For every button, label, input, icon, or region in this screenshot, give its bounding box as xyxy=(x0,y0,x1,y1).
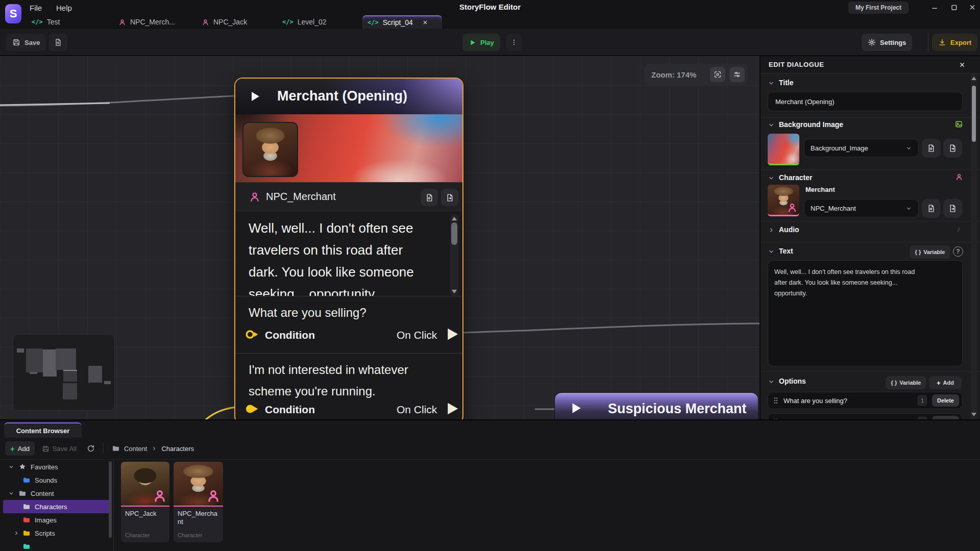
character-import-button[interactable] xyxy=(943,199,962,218)
drag-handle-icon[interactable] xyxy=(773,397,778,404)
option-order-badge: 1 xyxy=(918,395,927,406)
background-dropdown[interactable]: Background_Image xyxy=(804,139,919,157)
close-panel-icon[interactable] xyxy=(959,61,966,68)
tree-item-favorites[interactable]: Favorites xyxy=(0,460,113,473)
breadcrumb-root[interactable]: Content xyxy=(124,445,148,453)
asset-card-npc-jack[interactable]: NPC_Jack Character xyxy=(121,462,169,542)
node-merchant-opening[interactable]: Merchant (Opening) NPC_Merchant Well, we… xyxy=(234,78,463,419)
chevron-right-icon[interactable] xyxy=(768,227,775,234)
option-row[interactable]: I'm not interested in whatever scheme yo… xyxy=(768,413,963,419)
chevron-down-icon[interactable] xyxy=(768,174,775,182)
add-asset-button[interactable]: + Add xyxy=(5,441,35,456)
document-search-button[interactable] xyxy=(49,34,67,51)
breadcrumb-current[interactable]: Characters xyxy=(161,445,194,453)
add-option-button[interactable]: + Add xyxy=(929,376,962,389)
chevron-down-icon[interactable] xyxy=(8,464,14,470)
close-tab-icon[interactable] xyxy=(422,19,428,26)
settings-button[interactable]: Settings xyxy=(862,34,912,51)
tree-scrollbar[interactable] xyxy=(109,461,112,538)
tab-level-02[interactable]: </> Level_02 xyxy=(277,15,332,29)
chevron-right-icon[interactable] xyxy=(13,530,19,536)
character-dropdown[interactable]: NPC_Merchant xyxy=(804,199,919,217)
tree-item-characters[interactable]: Characters xyxy=(3,500,111,513)
chevron-down-icon[interactable] xyxy=(768,378,775,385)
tab-npc-merchant[interactable]: NPC_Merch... xyxy=(113,15,180,29)
scroll-down-icon[interactable] xyxy=(971,413,976,416)
help-icon[interactable]: ? xyxy=(953,246,963,257)
more-options-button[interactable] xyxy=(506,34,522,51)
minimap-node xyxy=(88,366,102,383)
text-input[interactable]: Well, well... I don't often see traveler… xyxy=(768,260,963,366)
chevron-down-icon[interactable] xyxy=(768,121,775,129)
dialogue-line: dark. You look like someone xyxy=(249,261,448,283)
tree-item-sounds[interactable]: Sounds xyxy=(0,473,113,487)
background-thumbnail[interactable] xyxy=(768,134,799,165)
option-text[interactable]: scheme you're running. xyxy=(249,381,376,402)
refresh-button[interactable] xyxy=(84,444,98,453)
tree-item-scripts[interactable]: Scripts xyxy=(0,527,113,540)
output-pin-icon[interactable] xyxy=(445,327,460,342)
save-all-button[interactable]: Save All xyxy=(40,445,79,453)
scrollbar-thumb[interactable] xyxy=(972,86,976,142)
save-icon xyxy=(12,38,20,46)
panel-scrollbar[interactable] xyxy=(971,73,977,419)
asset-card-npc-merchant[interactable]: NPC_Merchant Character xyxy=(174,462,223,542)
export-button[interactable]: Export xyxy=(932,34,977,51)
tree-item-content[interactable]: Content xyxy=(0,487,113,500)
scrollbar-thumb[interactable] xyxy=(451,222,457,245)
minimap[interactable] xyxy=(13,334,115,411)
gear-icon xyxy=(868,38,876,46)
play-icon xyxy=(469,39,476,46)
project-badge[interactable]: My First Project xyxy=(848,2,909,14)
chevron-down-icon[interactable] xyxy=(768,80,775,87)
scroll-up-icon[interactable] xyxy=(971,77,976,80)
background-import-button[interactable] xyxy=(943,139,962,158)
tree-item-partial[interactable] xyxy=(0,540,113,551)
character-browse-button[interactable] xyxy=(922,199,941,218)
node-graph-canvas[interactable]: Zoom: 174% Suspicious Merchant Merchant … xyxy=(0,56,760,419)
title-input[interactable] xyxy=(768,92,963,111)
option-text[interactable]: What are you selling? xyxy=(249,302,366,323)
view-settings-button[interactable] xyxy=(729,67,745,82)
content-browser-tab[interactable]: Content Browser xyxy=(4,422,82,438)
save-button[interactable]: Save xyxy=(6,34,46,51)
zoom-level-label: Zoom: 174% xyxy=(651,70,706,79)
output-pin-icon[interactable] xyxy=(445,401,460,416)
text-variable-button[interactable]: { } Variable xyxy=(910,245,950,259)
delete-option-button[interactable]: Delete xyxy=(932,394,959,407)
character-file-button[interactable] xyxy=(421,189,438,206)
background-browse-button[interactable] xyxy=(922,139,941,158)
add-label: Add xyxy=(18,445,30,453)
close-window-icon[interactable] xyxy=(968,4,977,12)
tree-item-images[interactable]: Images xyxy=(0,513,113,527)
character-swap-button[interactable] xyxy=(441,189,458,206)
maximize-icon[interactable] xyxy=(949,4,959,12)
scroll-down-icon[interactable] xyxy=(452,290,457,293)
options-variable-button[interactable]: { } Variable xyxy=(886,376,926,389)
chevron-down-icon[interactable] xyxy=(8,490,14,496)
minimize-icon[interactable] xyxy=(930,4,939,12)
character-thumbnail[interactable] xyxy=(768,185,799,216)
document-search-icon xyxy=(54,38,62,46)
option-row[interactable]: What are you selling? 1 Delete xyxy=(768,392,963,409)
tab-script-04[interactable]: </> Script_04 xyxy=(362,15,442,29)
text-line: after dark. You look like someone seekin… xyxy=(774,278,956,288)
node-header[interactable]: Merchant (Opening) xyxy=(235,79,462,114)
condition-pin-solid-icon[interactable] xyxy=(244,403,260,415)
play-button[interactable]: Play xyxy=(462,34,500,51)
node-dialogue-text[interactable]: Well, well... I don't often see traveler… xyxy=(249,217,448,296)
content-browser-panel: Content Browser + Add Save All Content C… xyxy=(0,419,980,551)
condition-pin-outline-icon[interactable] xyxy=(244,329,260,340)
option-text[interactable]: I'm not interested in whatever xyxy=(249,359,408,381)
tab-test[interactable]: </> Test xyxy=(27,15,65,29)
tab-npc-jack[interactable]: NPC_Jack xyxy=(197,15,252,29)
wire-input-highlight xyxy=(0,103,110,105)
node-suspicious-merchant[interactable]: Suspicious Merchant xyxy=(554,392,758,419)
section-divider xyxy=(761,117,980,118)
dialogue-scrollbar[interactable] xyxy=(450,214,458,296)
delete-option-button[interactable]: Delete xyxy=(932,416,959,419)
fit-view-button[interactable] xyxy=(710,67,725,82)
scroll-up-icon[interactable] xyxy=(452,217,457,220)
minimap-node xyxy=(104,381,111,384)
chevron-down-icon[interactable] xyxy=(768,248,775,255)
